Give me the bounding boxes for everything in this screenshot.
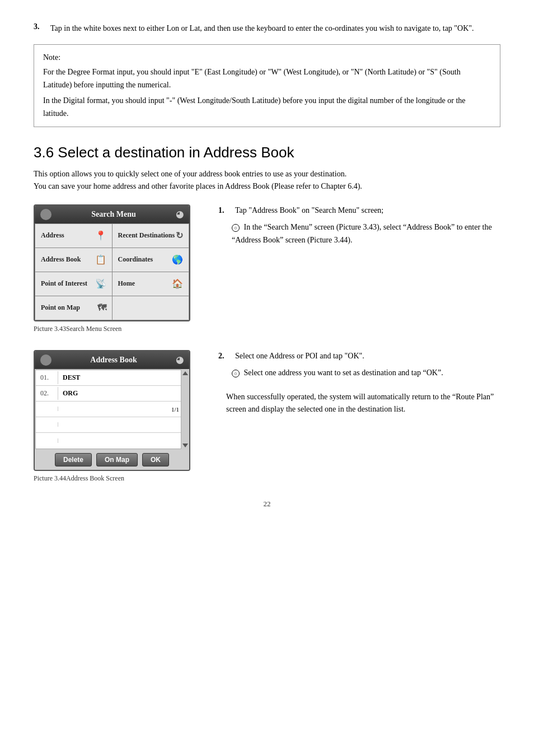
- header-left-icon: [40, 209, 51, 220]
- cell-poi[interactable]: Point of Interest 📡: [35, 272, 112, 296]
- cell-point-on-map[interactable]: Point on Map 🗺: [35, 296, 112, 320]
- section-heading: 3.6 Select a destination in Address Book: [34, 144, 500, 161]
- search-menu-title: Search Menu: [91, 210, 135, 219]
- intro-line-2: You can save your home address and other…: [34, 180, 500, 193]
- note-line-2: In the Digital format, you should input …: [43, 95, 491, 120]
- ab-row-5-num: [36, 438, 58, 443]
- address-book-col: Address Book ◕ 01. DEST 02. ORG: [34, 350, 202, 483]
- step2-number: 2.: [218, 350, 229, 362]
- cell-pointonmap-label: Point on Map: [41, 304, 80, 312]
- ab-body: 01. DEST 02. ORG: [35, 369, 189, 450]
- ab-row-1-text: DEST: [58, 371, 85, 384]
- cell-address-book[interactable]: Address Book 📋: [35, 248, 112, 272]
- step1-number: 1.: [218, 204, 229, 217]
- intro-line-1: This option allows you to quickly select…: [34, 168, 500, 180]
- on-map-button[interactable]: On Map: [96, 453, 138, 466]
- ab-header: Address Book ◕: [35, 351, 189, 369]
- cell-address[interactable]: Address 📍: [35, 224, 112, 248]
- pointonmap-icon: 🗺: [97, 303, 106, 313]
- recent-icon: ↻: [176, 230, 183, 241]
- ab-header-right-icon: ◕: [176, 354, 184, 365]
- search-menu-row: Search Menu ◕ Address 📍 Recent Destinati…: [34, 204, 500, 333]
- ab-row-4: [36, 417, 181, 433]
- ab-header-left-icon: [40, 354, 51, 366]
- poi-icon: 📡: [95, 278, 106, 289]
- step2-text: Select one Address or POI and tap "OK".: [235, 350, 500, 362]
- step2-sub1: ○ Select one address you want to set as …: [232, 367, 500, 379]
- search-menu-header: Search Menu ◕: [35, 206, 189, 223]
- ab-row-4-num: [36, 422, 58, 427]
- scroll-down-arrow[interactable]: [182, 444, 188, 447]
- section-intro: This option allows you to quickly select…: [34, 168, 500, 193]
- step-3-number: 3.: [34, 22, 45, 34]
- step2-sub2-text: When successfully operated, the system w…: [226, 393, 494, 413]
- step-3-text: Tap in the white boxes next to either Lo…: [50, 22, 500, 34]
- ab-scrollbar: [181, 369, 189, 450]
- cell-coordinates[interactable]: Coordinates 🌎: [113, 248, 189, 272]
- note-box: Note: For the Degree Format input, you s…: [34, 44, 500, 127]
- note-label: Note:: [43, 52, 491, 64]
- ab-row-5: [36, 433, 181, 449]
- ok-button[interactable]: OK: [142, 453, 169, 466]
- page-indicator: 1/1: [171, 406, 179, 413]
- step1-sub-text: In the “Search Menu” screen (Picture 3.4…: [232, 223, 492, 244]
- ab-row-3-num: [36, 407, 58, 411]
- page-number: 22: [34, 500, 500, 508]
- step-3: 3. Tap in the white boxes next to either…: [34, 22, 500, 34]
- step1-instructions: 1. Tap "Address Book" on "Search Menu" s…: [218, 204, 500, 246]
- cell-home-label: Home: [118, 279, 135, 288]
- scroll-up-arrow[interactable]: [182, 371, 188, 375]
- search-menu-caption: Picture 3.43Search Menu Screen: [34, 325, 202, 333]
- ab-row-2[interactable]: 02. ORG: [36, 386, 181, 402]
- circle-icon-2: ○: [232, 370, 240, 377]
- instruction-step2: 2. Select one Address or POI and tap "OK…: [218, 350, 500, 362]
- cell-coordinates-label: Coordinates: [118, 255, 153, 264]
- address-icon: 📍: [95, 230, 106, 241]
- ab-caption: Picture 3.44Address Book Screen: [34, 474, 202, 483]
- cell-recent-destinations[interactable]: Recent Destinations ↻: [113, 224, 189, 248]
- cell-addressbook-label: Address Book: [41, 255, 81, 264]
- step1-text: Tap "Address Book" on "Search Menu" scre…: [235, 204, 500, 217]
- ab-row-2-text: ORG: [58, 387, 82, 400]
- cell-poi-label: Point of Interest: [41, 279, 87, 288]
- ab-rows-container: 01. DEST 02. ORG: [35, 370, 181, 449]
- step2-sub1-text: Select one address you want to set as de…: [244, 368, 443, 377]
- instruction-step1: 1. Tap "Address Book" on "Search Menu" s…: [218, 204, 500, 217]
- header-right-icon: ◕: [176, 209, 184, 220]
- note-line-1: For the Degree Format input, you should …: [43, 66, 491, 91]
- cell-home[interactable]: Home 🏠: [113, 272, 189, 296]
- cell-address-label: Address: [41, 231, 64, 240]
- ab-row-1-num: 01.: [36, 371, 58, 384]
- ab-title: Address Book: [90, 356, 137, 365]
- coordinates-icon: 🌎: [172, 254, 183, 265]
- ab-row-2-num: 02.: [36, 387, 58, 400]
- step2-instructions: 2. Select one Address or POI and tap "OK…: [218, 350, 500, 416]
- delete-button[interactable]: Delete: [55, 453, 92, 466]
- ab-row-3: [36, 402, 181, 417]
- search-menu-col: Search Menu ◕ Address 📍 Recent Destinati…: [34, 204, 202, 333]
- step2-sub2: When successfully operated, the system w…: [226, 391, 500, 416]
- addressbook-icon: 📋: [95, 254, 106, 265]
- ab-footer: Delete On Map OK: [35, 450, 189, 470]
- circle-icon-1: ○: [232, 224, 240, 232]
- search-menu-ui: Search Menu ◕ Address 📍 Recent Destinati…: [34, 204, 190, 321]
- ab-row-1[interactable]: 01. DEST: [36, 370, 181, 386]
- home-icon: 🏠: [172, 278, 183, 289]
- cell-empty: [113, 296, 189, 320]
- step1-sub: ○ In the “Search Menu” screen (Picture 3…: [232, 221, 500, 246]
- cell-recent-label: Recent Destinations: [118, 231, 175, 240]
- address-book-ui: Address Book ◕ 01. DEST 02. ORG: [34, 350, 190, 471]
- search-menu-grid: Address 📍 Recent Destinations ↻ Address …: [35, 223, 189, 320]
- address-book-row: Address Book ◕ 01. DEST 02. ORG: [34, 350, 500, 483]
